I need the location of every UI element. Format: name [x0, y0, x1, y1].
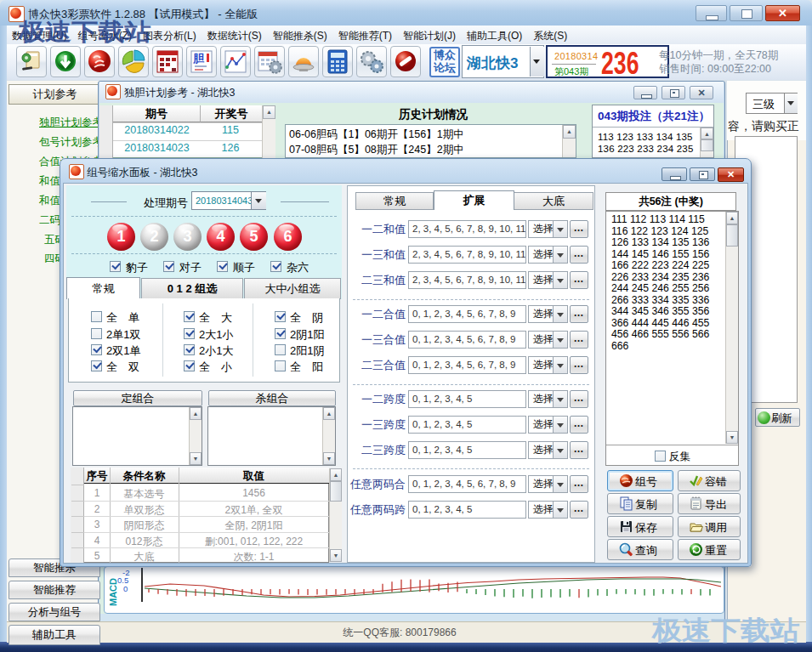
svg-text:胆: 胆	[192, 52, 205, 65]
